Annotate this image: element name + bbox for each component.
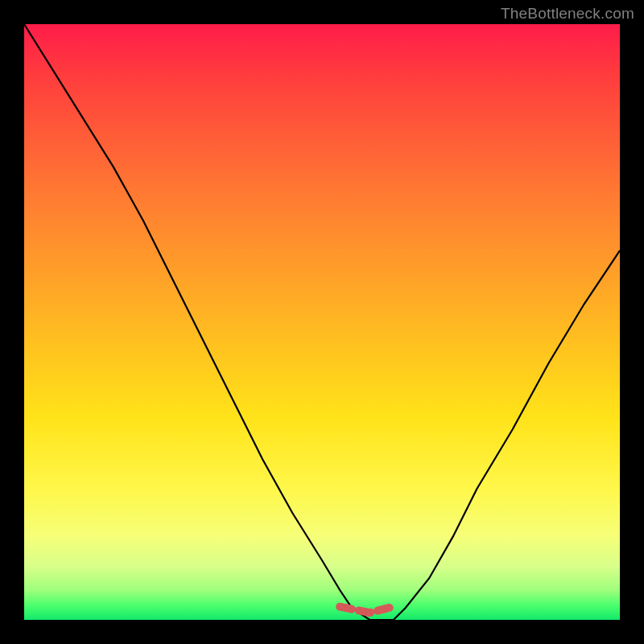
chart-frame: TheBottleneck.com: [0, 0, 644, 644]
watermark-text: TheBottleneck.com: [501, 5, 634, 23]
optimal-range-highlight: [340, 607, 394, 613]
curve-layer: [24, 24, 620, 620]
bottleneck-curve: [24, 24, 620, 620]
plot-area: [24, 24, 620, 620]
